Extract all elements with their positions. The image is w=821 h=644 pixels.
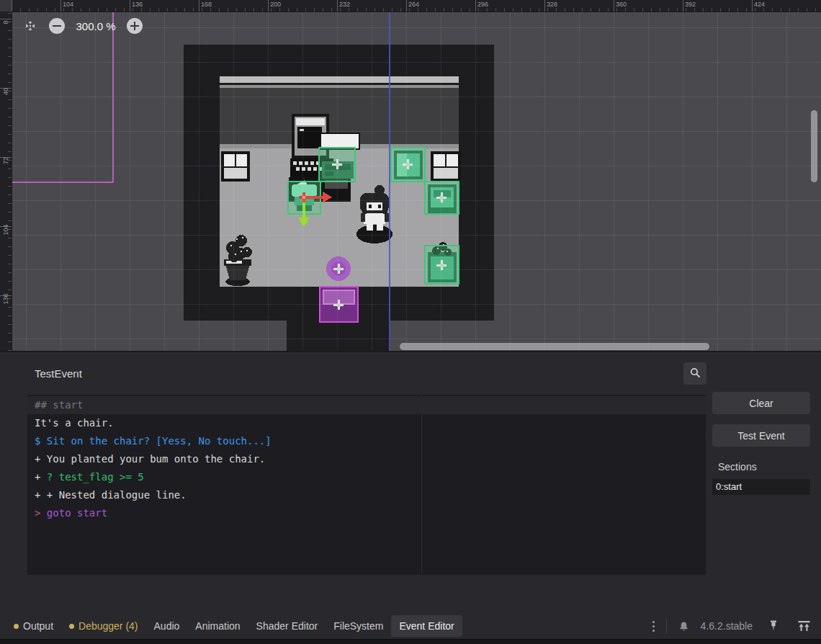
section-item[interactable]: 0:start	[712, 479, 810, 495]
sprite-bed-left[interactable]	[221, 151, 250, 182]
ruler-left-label: 8	[1, 12, 10, 33]
tab-filesystem[interactable]: FileSystem	[326, 615, 391, 637]
wall-top-trim-2	[220, 85, 459, 88]
tab-label: Output	[23, 620, 53, 632]
sprite-bed-right[interactable]	[431, 151, 461, 182]
event-title: TestEvent	[35, 367, 82, 380]
expand-panel-icon[interactable]	[796, 618, 812, 634]
bell-icon[interactable]	[676, 619, 691, 634]
test-event-button[interactable]: Test Event	[712, 424, 810, 447]
editor-line[interactable]: It's a chair.	[27, 414, 706, 432]
viewport-2d[interactable]: 104136168200232264296328360392424 840721…	[0, 0, 821, 351]
ruler-left: 84072104136	[0, 12, 12, 351]
editor-line[interactable]: + + Nested dialogue line.	[27, 486, 706, 504]
ruler-top-label: 136	[132, 1, 143, 8]
tab-audio[interactable]: Audio	[146, 615, 188, 637]
sections-list: 0:start	[712, 479, 810, 495]
kebab-menu-icon[interactable]	[650, 618, 657, 635]
editor-line[interactable]: + ? test_flag >= 5	[27, 468, 706, 486]
search-icon	[689, 367, 701, 381]
editor-line[interactable]: ## start	[27, 396, 706, 414]
event-editor-panel: TestEvent ## startIt's a chair.$ Sit on …	[0, 351, 821, 644]
camera-bounds-guide	[12, 12, 114, 183]
version-label: 4.6.2.stable	[701, 620, 753, 632]
ruler-corner	[0, 0, 12, 12]
ruler-left-label: 104	[1, 219, 10, 241]
tab-animation[interactable]: Animation	[187, 615, 248, 637]
separator	[666, 619, 667, 633]
ruler-top-label: 296	[477, 1, 488, 8]
editor-line[interactable]: > goto start	[27, 504, 706, 522]
ruler-left-label: 40	[1, 81, 10, 102]
tab-event-editor[interactable]: Event Editor	[391, 615, 462, 637]
ruler-top-label: 104	[63, 1, 73, 8]
room-doorway-strip	[287, 321, 390, 351]
editor-line[interactable]: $ Sit on the chair? [Yess, No touch...]	[27, 432, 706, 450]
ruler-top-label: 328	[547, 1, 557, 8]
tab-label: Animation	[195, 620, 240, 632]
ruler-top-label: 424	[754, 1, 765, 8]
sections-label: Sections	[718, 461, 757, 473]
bottom-tabs: OutputDebugger (4)AudioAnimationShader E…	[6, 612, 462, 640]
zoom-out-button[interactable]	[49, 18, 65, 34]
ruler-top-label: 264	[408, 1, 419, 8]
tab-label: Debugger (4)	[78, 620, 138, 632]
wall-top-trim	[220, 76, 459, 83]
zoom-in-button[interactable]	[127, 18, 143, 34]
tab-output[interactable]: Output	[6, 615, 61, 637]
tab-status-dot	[69, 624, 74, 629]
zoom-controls: 300.0 %	[22, 18, 143, 34]
ruler-top-label: 168	[201, 1, 212, 8]
tab-debugger-4[interactable]: Debugger (4)	[61, 615, 146, 637]
tab-label: Audio	[154, 620, 180, 632]
horizontal-scrollbar[interactable]	[400, 343, 709, 350]
center-view-icon[interactable]	[22, 17, 39, 35]
ruler-top: 104136168200232264296328360392424	[12, 0, 821, 12]
ruler-top-label: 232	[339, 1, 350, 8]
clear-button[interactable]: Clear	[712, 392, 810, 414]
tab-label: Shader Editor	[256, 620, 318, 632]
bottom-strip	[0, 639, 821, 644]
ruler-top-label: 200	[270, 1, 281, 8]
ruler-top-label: 360	[616, 1, 627, 8]
godot-editor-window: 104136168200232264296328360392424 840721…	[0, 0, 821, 644]
pin-panel-icon[interactable]	[766, 618, 781, 634]
ruler-top-label: 392	[685, 1, 696, 8]
tab-status-dot	[14, 624, 19, 629]
zoom-level: 300.0 %	[75, 20, 117, 32]
bottom-bar-right: 4.6.2.stable	[650, 612, 812, 640]
vertical-scrollbar[interactable]	[811, 110, 817, 182]
search-button[interactable]	[683, 362, 706, 385]
tab-label: FileSystem	[333, 620, 383, 632]
ruler-left-label: 136	[1, 288, 10, 310]
editor-lines: ## startIt's a chair.$ Sit on the chair?…	[27, 395, 706, 522]
tab-shader-editor[interactable]: Shader Editor	[248, 615, 326, 637]
tab-label: Event Editor	[399, 620, 454, 632]
game-scene[interactable]	[184, 45, 494, 351]
ruler-left-label: 72	[1, 150, 10, 171]
event-script-editor[interactable]: ## startIt's a chair.$ Sit on the chair?…	[27, 395, 706, 575]
editor-line[interactable]: + You planted your bum onto the chair.	[27, 450, 706, 468]
sprite-white-table[interactable]	[320, 133, 359, 149]
